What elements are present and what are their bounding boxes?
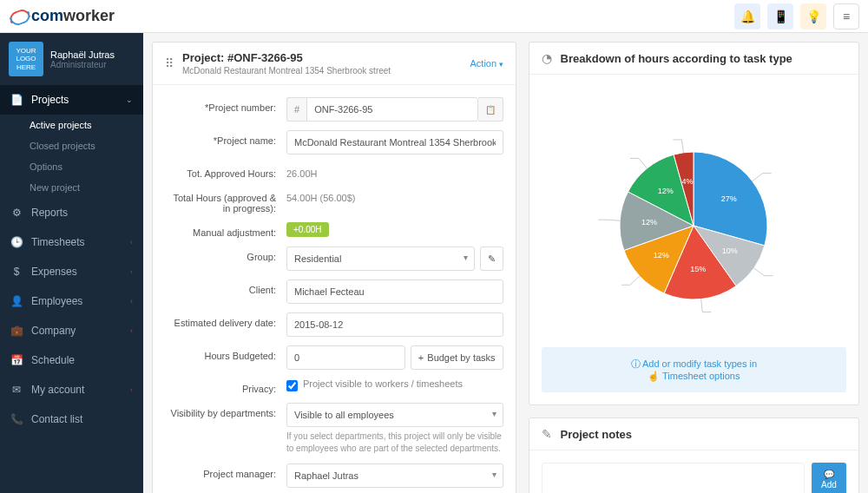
svg-text:Transport (3h): Transport (3h)	[572, 215, 596, 224]
svg-text:27%: 27%	[721, 194, 737, 203]
svg-text:12%: 12%	[641, 218, 657, 227]
svg-text:Uncategorized (5h): Uncategorized (5h)	[775, 271, 815, 279]
label-manual-adjustment: Manual adjustment:	[165, 222, 286, 238]
label-group: Group:	[165, 246, 286, 262]
budget-by-tasks-button[interactable]: +Budget by tasks	[411, 345, 503, 370]
phone-icon: 📞	[10, 413, 23, 425]
svg-text:15%: 15%	[690, 265, 706, 273]
delivery-date-input[interactable]	[286, 312, 503, 337]
dollar-icon: $	[10, 266, 23, 278]
brand-part1: com	[31, 7, 63, 25]
project-panel: ⠿ Project: #ONF-3266-95 McDonald Restaur…	[152, 42, 516, 493]
label-project-number: *Project number:	[165, 97, 286, 113]
label-hours-budgeted: Hours Budgeted:	[165, 345, 286, 361]
sidebar-item-expenses[interactable]: $ Expenses ‹	[0, 257, 143, 286]
project-name-input[interactable]	[286, 130, 503, 154]
calendar-icon: 📅	[10, 354, 23, 366]
sidebar-item-contactlist[interactable]: 📞 Contact list	[0, 404, 143, 434]
sidebar-item-label: Reports	[31, 207, 68, 219]
drag-icon[interactable]: ⠿	[165, 56, 174, 70]
client-input[interactable]	[286, 279, 503, 304]
brand-logo: comworker	[9, 6, 115, 27]
sidebar-sub-active-projects[interactable]: Active projects	[0, 115, 143, 135]
sidebar-item-timesheets[interactable]: 🕒 Timesheets ‹	[0, 227, 143, 257]
sidebar-item-schedule[interactable]: 📅 Schedule	[0, 345, 143, 375]
svg-text:10%: 10%	[722, 246, 738, 255]
pm-select[interactable]: Raphael Jutras	[286, 463, 503, 488]
sidebar-sub-closed-projects[interactable]: Closed projects	[0, 135, 143, 156]
project-number-input[interactable]	[306, 97, 477, 122]
info-link-2[interactable]: Timesheet options	[662, 371, 740, 381]
action-dropdown[interactable]: Action	[470, 58, 503, 69]
sidebar: YOUR LOGO HERE Raphaël Jutras Administra…	[0, 33, 143, 493]
project-title: Project: #ONF-3266-95	[182, 51, 391, 64]
privacy-checkbox[interactable]	[286, 380, 298, 391]
sidebar-item-label: Schedule	[31, 354, 75, 366]
manual-adjustment-badge[interactable]: +0.00H	[286, 222, 329, 237]
edit-icon: ✎	[542, 427, 552, 441]
label-delivery-date: Estimated delivery date:	[165, 312, 286, 328]
file-icon: 📄	[10, 94, 23, 106]
edit-group-button[interactable]: ✎	[480, 246, 503, 271]
chevron-left-icon: ‹	[130, 385, 133, 394]
hamburger-menu-icon[interactable]: ≡	[833, 3, 859, 30]
chevron-down-icon: ⌄	[126, 95, 133, 104]
label-client: Client:	[165, 279, 286, 295]
user-icon: 👤	[10, 295, 23, 307]
tips-icon[interactable]: 💡	[800, 3, 826, 30]
sidebar-item-employees[interactable]: 👤 Employees ‹	[0, 286, 143, 316]
project-subtitle: McDonald Restaurant Montreal 1354 Sherbr…	[182, 66, 391, 76]
svg-text:Chargement (1h): Chargement (1h)	[613, 135, 672, 143]
sidebar-item-myaccount[interactable]: ✉ My account ‹	[0, 375, 143, 404]
breakdown-panel: ◔ Breakdown of hours according to task t…	[529, 42, 859, 405]
svg-text:12%: 12%	[658, 187, 674, 195]
user-block[interactable]: YOUR LOGO HERE Raphaël Jutras Administra…	[0, 33, 143, 85]
gears-icon: ⚙	[10, 207, 23, 219]
copy-icon[interactable]: 📋	[478, 97, 503, 122]
label-privacy: Privacy:	[165, 378, 286, 394]
info-link-1[interactable]: Add or modify task types in	[642, 358, 757, 369]
chevron-left-icon: ‹	[130, 297, 133, 306]
visibility-help: If you select departments, this project …	[286, 431, 503, 455]
chevron-left-icon: ‹	[130, 326, 133, 335]
svg-text:Pare-vapeur (3h): Pare-vapeur (3h)	[572, 154, 628, 162]
sidebar-item-reports[interactable]: ⚙ Reports	[0, 198, 143, 227]
group-select[interactable]: Residential	[286, 246, 475, 271]
sidebar-item-projects[interactable]: 📄 Projects ⌄	[0, 85, 143, 115]
label-visibility: Visibility by departments:	[165, 403, 286, 418]
notes-input[interactable]	[542, 463, 805, 493]
sidebar-item-label: Timesheets	[31, 236, 85, 248]
svg-text:12%: 12%	[654, 251, 669, 260]
sidebar-sub-options[interactable]: Options	[0, 156, 143, 177]
logo-swoosh-icon	[9, 6, 30, 27]
sidebar-item-company[interactable]: 💼 Company ‹	[0, 316, 143, 345]
notifications-icon[interactable]: 🔔	[734, 3, 760, 30]
user-name: Raphaël Jutras	[50, 49, 115, 60]
pie-chart: 27%Entretien Ext. (7h)10%Uncategorized (…	[572, 95, 815, 339]
sidebar-item-label: My account	[31, 384, 84, 396]
hash-addon: #	[286, 97, 306, 122]
label-approved-hours: Tot. Approved Hours:	[165, 163, 286, 179]
add-note-button[interactable]: 💬 Add	[812, 463, 846, 493]
approved-hours-value: 26.00H	[286, 163, 503, 179]
visibility-select[interactable]: Visible to all employees	[286, 403, 503, 427]
label-pm: Project manager:	[165, 463, 286, 479]
chevron-left-icon: ‹	[130, 238, 133, 246]
info-box: ⓘ Add or modify task types in ☝ Timeshee…	[542, 347, 846, 392]
breakdown-title: Breakdown of hours according to task typ…	[561, 52, 792, 65]
sidebar-sub-new-project[interactable]: New project	[0, 177, 143, 198]
mail-icon: ✉	[10, 384, 23, 396]
pencil-icon: ✎	[488, 253, 496, 265]
user-role: Administrateur	[50, 60, 115, 69]
hours-budgeted-input[interactable]	[286, 345, 405, 370]
privacy-check-label: Project visible to workers / timesheets	[303, 378, 463, 389]
clock-icon: 🕒	[10, 236, 23, 248]
label-project-name: *Project name:	[165, 130, 286, 146]
sidebar-item-label: Employees	[31, 295, 82, 307]
info-icon: ⓘ	[631, 358, 642, 369]
mobile-icon[interactable]: 📱	[767, 3, 793, 30]
svg-text:Entretien Ext. (7h): Entretien Ext. (7h)	[773, 168, 815, 177]
add-label: Add	[821, 480, 837, 490]
chat-icon: 💬	[824, 470, 834, 479]
briefcase-icon: 💼	[10, 325, 23, 337]
